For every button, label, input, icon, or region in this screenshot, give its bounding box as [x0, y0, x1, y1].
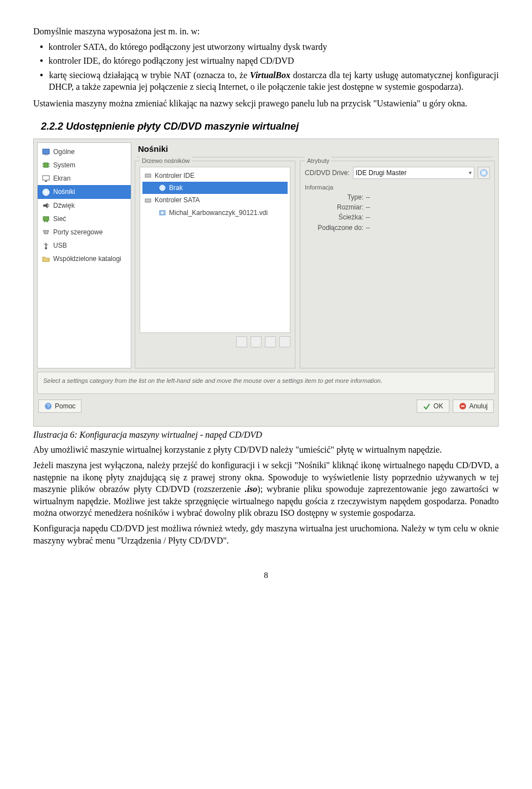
sidebar-item-system[interactable]: System [38, 158, 131, 172]
svg-marker-11 [43, 203, 48, 208]
usb-icon [42, 242, 50, 249]
svg-rect-14 [47, 221, 48, 222]
figure-caption: Ilustracja 6: Konfiguracja maszyny wirtu… [33, 429, 499, 441]
bullet-item: kartę sieciową działającą w trybie NAT (… [49, 69, 499, 93]
info-value: -- [366, 223, 490, 232]
info-value: -- [366, 213, 490, 222]
sidebar: Ogólne System Ekran Nośniki Dźwięk Sieć [37, 142, 131, 368]
storage-tree[interactable]: Kontroler IDE Brak Kontroler SATA M [140, 167, 290, 333]
disc-icon [159, 185, 166, 191]
section-heading: 2.2.2 Udostępnienie płyty CD/DVD maszyni… [41, 120, 499, 133]
panel-title: Nośniki [135, 142, 495, 157]
storage-tree-panel: Drzewo nośników Kontroler IDE Brak Ko [135, 161, 295, 368]
svg-rect-0 [43, 149, 49, 154]
info-key: Rozmiar: [305, 203, 366, 212]
tree-toolbar [140, 333, 290, 347]
controller-icon [145, 197, 151, 204]
sidebar-item-serial[interactable]: Porty szeregowe [38, 226, 131, 239]
paragraph-intro: Domyślnie maszyna wyposażona jest m. in.… [33, 25, 499, 38]
sidebar-item-label: Porty szeregowe [53, 228, 103, 237]
help-icon: ? [44, 402, 52, 410]
dialog-footer: ? Pomoc OK Anuluj [34, 397, 498, 413]
bullet-item: kontroler SATA, do którego podłączony je… [49, 41, 499, 53]
network-icon [42, 215, 50, 223]
tree-optical-empty[interactable]: Brak [142, 182, 288, 194]
tree-hdd[interactable]: Michal_Karbowanczyk_90121.vdi [142, 207, 288, 219]
sidebar-item-label: USB [53, 241, 67, 250]
cancel-button[interactable]: Anuluj [453, 399, 494, 413]
remove-button[interactable] [265, 336, 276, 347]
tree-label: Kontroler SATA [155, 196, 200, 204]
remove-controller-button[interactable] [279, 336, 290, 347]
tree-label: Michal_Karbowanczyk_90121.vdi [169, 208, 268, 217]
tree-controller-sata[interactable]: Kontroler SATA [142, 194, 288, 206]
sidebar-item-storage[interactable]: Nośniki [38, 185, 131, 198]
combo-value: IDE Drugi Master [356, 168, 407, 177]
sidebar-item-label: System [53, 161, 75, 170]
page-number: 8 [33, 570, 499, 581]
button-label: OK [433, 402, 443, 411]
add-attachment-button[interactable] [250, 336, 262, 347]
check-icon [423, 402, 431, 410]
monitor-icon [42, 175, 50, 182]
serial-icon [42, 228, 50, 236]
sidebar-item-usb[interactable]: USB [38, 239, 131, 252]
tree-label: Brak [169, 183, 183, 192]
info-heading: Informacja [305, 183, 490, 192]
paragraph: Konfiguracja napędu CD/DVD jest możliwa … [33, 522, 499, 546]
virtualbox-settings-window: Ogólne System Ekran Nośniki Dźwięk Sieć [33, 139, 499, 427]
info-value: -- [366, 203, 490, 212]
paragraph: Jeżeli maszyna jest wyłączona, należy pr… [33, 459, 499, 519]
info-key: Podłączone do: [305, 223, 366, 232]
button-label: Pomoc [55, 402, 75, 411]
audio-icon [42, 202, 50, 209]
main-panel: Nośniki Drzewo nośników Kontroler IDE Br… [135, 142, 495, 368]
add-controller-button[interactable] [236, 336, 247, 347]
chevron-down-icon: ▾ [469, 169, 472, 177]
choose-disc-button[interactable] [478, 167, 490, 179]
sidebar-item-shared[interactable]: Współdzielone katalogi [38, 252, 131, 265]
paragraph: Ustawienia maszyny można zmieniać klikaj… [33, 98, 499, 110]
bullet-list: kontroler SATA, do którego podłączony je… [33, 41, 499, 93]
hint-box: Select a settings category from the list… [37, 372, 495, 394]
svg-text:?: ? [47, 403, 50, 409]
disc-icon [42, 188, 50, 196]
text-run: kartę sieciową działającą w trybie NAT (… [49, 70, 250, 80]
sidebar-item-label: Nośniki [53, 187, 75, 196]
svg-rect-12 [43, 217, 49, 221]
svg-rect-2 [44, 163, 48, 167]
info-key: Type: [305, 193, 366, 202]
drive-combo[interactable]: IDE Drugi Master ▾ [353, 167, 474, 179]
tree-controller-ide[interactable]: Kontroler IDE [142, 170, 288, 182]
svg-point-15 [45, 247, 47, 249]
svg-rect-7 [43, 176, 49, 180]
chip-icon [42, 161, 50, 169]
sidebar-item-label: Ekran [53, 174, 70, 183]
tree-label: Kontroler IDE [155, 171, 195, 180]
sidebar-item-audio[interactable]: Dźwięk [38, 199, 131, 212]
controller-icon [145, 172, 151, 179]
hdd-icon [159, 209, 166, 216]
sidebar-item-display[interactable]: Ekran [38, 172, 131, 185]
svg-rect-19 [145, 174, 151, 177]
sidebar-item-general[interactable]: Ogólne [38, 145, 131, 158]
sidebar-item-label: Dźwięk [53, 201, 75, 210]
svg-rect-22 [145, 199, 151, 202]
info-grid: Type: -- Rozmiar: -- Ścieżka: -- Podłącz… [305, 193, 490, 232]
cancel-icon [459, 402, 467, 410]
general-icon [42, 148, 50, 156]
svg-rect-1 [44, 155, 48, 155]
paragraph: Aby umożliwić maszynie wirtualnej korzys… [33, 444, 499, 456]
sidebar-item-label: Ogólne [53, 147, 75, 156]
svg-point-24 [161, 212, 163, 214]
help-button[interactable]: ? Pomoc [38, 399, 81, 413]
sidebar-item-network[interactable]: Sieć [38, 212, 131, 226]
svg-rect-13 [44, 221, 45, 222]
svg-point-10 [45, 191, 47, 193]
text-emphasis: VirtualBox [250, 70, 290, 80]
bullet-item: kontroler IDE, do którego podłączony jes… [49, 55, 499, 67]
ok-button[interactable]: OK [417, 399, 449, 413]
info-value: -- [366, 193, 490, 202]
svg-point-26 [483, 172, 485, 174]
svg-rect-8 [45, 181, 47, 182]
